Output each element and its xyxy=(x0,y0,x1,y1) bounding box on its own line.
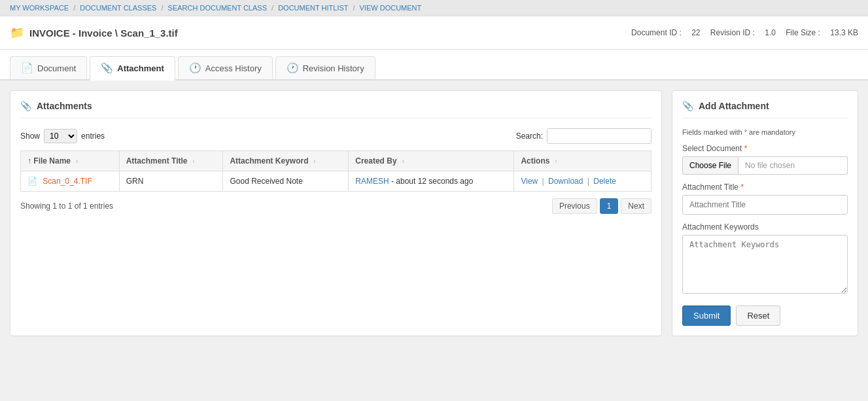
attachments-table: ↑ File Name ↕ Attachment Title ↕ Attachm… xyxy=(20,150,651,192)
breadcrumb: MY WORKSPACE / DOCUMENT CLASSES / SEARCH… xyxy=(0,0,868,16)
attachment-keywords-label: Attachment Keywords xyxy=(682,222,848,232)
pagination-area: Showing 1 to 1 of 1 entries Previous 1 N… xyxy=(20,198,651,214)
form-actions: Submit Reset xyxy=(682,305,848,326)
page-1-button[interactable]: 1 xyxy=(600,198,619,214)
show-entries: Show 10 25 50 100 entries xyxy=(20,129,105,143)
breadcrumb-document-classes[interactable]: DOCUMENT CLASSES xyxy=(80,4,156,12)
previous-button[interactable]: Previous xyxy=(552,198,597,214)
search-label: Search: xyxy=(516,131,543,141)
attachments-title-text: Attachments xyxy=(37,101,92,111)
col-attachment-keyword: Attachment Keyword ↕ xyxy=(223,151,349,171)
col-created-by: Created By ↕ xyxy=(349,151,514,171)
tab-revision-history-label: Revision History xyxy=(303,63,364,73)
document-meta: Document ID : 22 Revision ID : 1.0 File … xyxy=(623,28,858,37)
next-button[interactable]: Next xyxy=(621,198,651,214)
entries-select[interactable]: 10 25 50 100 xyxy=(44,129,77,143)
document-title-text: INVOICE - Invoice \ Scan_1_3.tif xyxy=(29,27,178,39)
revision-id-value: 1.0 xyxy=(765,28,776,37)
submit-button[interactable]: Submit xyxy=(682,305,731,326)
add-attachment-title: 📎 Add Attachment xyxy=(682,101,848,118)
col-file-name: ↑ File Name ↕ xyxy=(21,151,120,171)
file-size-label: File Size : xyxy=(786,28,820,37)
cell-attachment-title: GRN xyxy=(119,171,223,192)
cell-created-by: RAMESH - about 12 seconds ago xyxy=(349,171,514,192)
action-delete[interactable]: Delete xyxy=(593,177,616,186)
folder-icon: 📁 xyxy=(10,26,24,40)
add-attachment-panel: 📎 Add Attachment Fields marked with * ar… xyxy=(672,90,858,336)
doc-icon: 📄 xyxy=(21,62,33,74)
show-label: Show xyxy=(20,131,40,141)
action-view[interactable]: View xyxy=(521,177,538,186)
breadcrumb-document-hitlist[interactable]: DOCUMENT HITLIST xyxy=(278,4,348,12)
tab-attachment[interactable]: 📎 Attachment xyxy=(90,56,175,80)
search-input[interactable] xyxy=(547,128,651,144)
action-download[interactable]: Download xyxy=(548,177,583,186)
file-type-icon: 📄 xyxy=(27,177,37,186)
choose-file-button[interactable]: Choose File xyxy=(682,156,738,175)
col-actions: Actions ↕ xyxy=(514,151,651,171)
tab-access-history-label: Access History xyxy=(205,63,262,73)
sort-icon-created[interactable]: ↕ xyxy=(402,158,404,164)
tab-document-label: Document xyxy=(37,63,76,73)
table-row: 📄 Scan_0_4.TIF GRN Good Received Note RA… xyxy=(21,171,651,192)
attachment-title-group: Attachment Title * xyxy=(682,183,848,215)
sort-icon-actions[interactable]: ↕ xyxy=(555,158,557,164)
main-content: 📎 Attachments Show 10 25 50 100 entries … xyxy=(0,80,868,346)
tab-attachment-label: Attachment xyxy=(117,63,164,73)
clock-icon-access: 🕐 xyxy=(189,62,201,74)
clip-icon: 📎 xyxy=(101,62,113,74)
col-attachment-title: Attachment Title ↕ xyxy=(119,151,223,171)
clip-icon-add: 📎 xyxy=(682,101,693,111)
select-document-group: Select Document * Choose File No file ch… xyxy=(682,144,848,175)
clock-icon-revision: 🕐 xyxy=(286,62,299,74)
attachment-keywords-group: Attachment Keywords xyxy=(682,222,848,296)
attachment-title-label: Attachment Title * xyxy=(682,183,848,192)
attachments-panel: 📎 Attachments Show 10 25 50 100 entries … xyxy=(10,90,662,336)
tabs-container: 📄 Document 📎 Attachment 🕐 Access History… xyxy=(0,50,868,80)
pagination-buttons: Previous 1 Next xyxy=(552,198,651,214)
sort-icon-title[interactable]: ↕ xyxy=(192,158,195,164)
clip-icon-panel: 📎 xyxy=(20,101,31,111)
search-box: Search: xyxy=(516,128,651,144)
document-id-value: 22 xyxy=(691,28,700,37)
sort-icon-keyword[interactable]: ↕ xyxy=(313,158,316,164)
cell-attachment-keyword: Good Received Note xyxy=(223,171,349,192)
pagination-info: Showing 1 to 1 of 1 entries xyxy=(20,201,113,211)
created-time: about 12 seconds ago xyxy=(396,177,473,186)
header-bar: 📁 INVOICE - Invoice \ Scan_1_3.tif Docum… xyxy=(0,16,868,50)
sort-icon-filename[interactable]: ↕ xyxy=(75,158,78,164)
add-attachment-title-text: Add Attachment xyxy=(699,101,769,111)
select-document-label: Select Document * xyxy=(682,144,848,153)
document-id-label: Document ID : xyxy=(631,28,682,37)
entries-label: entries xyxy=(81,131,105,141)
reset-button[interactable]: Reset xyxy=(736,305,780,326)
revision-id-label: Revision ID : xyxy=(710,28,755,37)
attachment-title-input[interactable] xyxy=(682,195,848,215)
file-size-value: 13.3 KB xyxy=(830,28,858,37)
breadcrumb-search-document-class[interactable]: SEARCH DOCUMENT CLASS xyxy=(168,4,267,12)
tab-revision-history[interactable]: 🕐 Revision History xyxy=(275,56,375,79)
tab-access-history[interactable]: 🕐 Access History xyxy=(178,56,273,79)
no-file-display: No file chosen xyxy=(738,156,848,175)
mandatory-note: Fields marked with * are mandatory xyxy=(682,128,848,136)
tab-document[interactable]: 📄 Document xyxy=(10,56,87,79)
created-by-link[interactable]: RAMESH xyxy=(355,177,389,186)
table-controls: Show 10 25 50 100 entries Search: xyxy=(20,128,651,144)
cell-file-name: 📄 Scan_0_4.TIF xyxy=(21,171,120,192)
file-input-wrapper: Choose File No file chosen xyxy=(682,156,848,175)
cell-actions: View | Download | Delete xyxy=(514,171,651,192)
attachments-title: 📎 Attachments xyxy=(20,101,651,118)
document-title: 📁 INVOICE - Invoice \ Scan_1_3.tif xyxy=(10,26,178,40)
file-name-link[interactable]: Scan_0_4.TIF xyxy=(43,177,92,186)
breadcrumb-my-workspace[interactable]: MY WORKSPACE xyxy=(10,4,69,12)
breadcrumb-view-document[interactable]: VIEW DOCUMENT xyxy=(360,4,422,12)
attachment-keywords-textarea[interactable] xyxy=(682,235,848,294)
